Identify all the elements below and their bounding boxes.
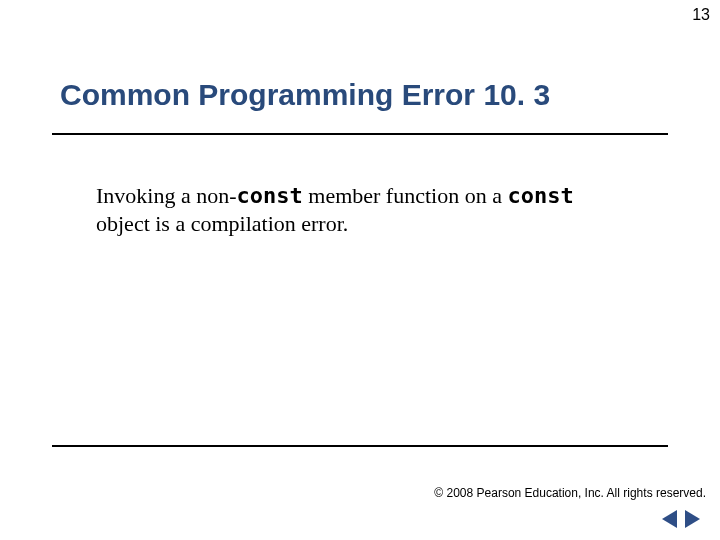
body-seg2: member function on a [303,183,508,208]
title-divider [52,133,668,135]
body-text: Invoking a non-const member function on … [96,182,596,237]
next-arrow-icon[interactable] [685,510,700,528]
keyword-const-2: const [507,183,573,208]
prev-arrow-icon[interactable] [662,510,677,528]
keyword-const-1: const [237,183,303,208]
nav-controls [662,510,700,528]
footer-divider [52,445,668,447]
body-seg1: Invoking a non- [96,183,237,208]
slide-title: Common Programming Error 10. 3 [60,78,550,112]
copyright-text: © 2008 Pearson Education, Inc. All right… [434,486,706,500]
page-number: 13 [692,6,710,24]
body-seg3: object is a compilation error. [96,211,348,236]
